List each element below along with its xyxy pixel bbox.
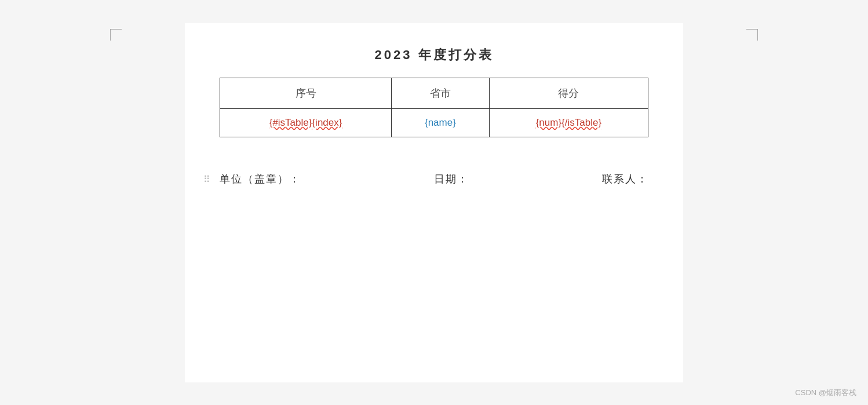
score-table: 序号 省市 得分 {#isTable}{index} {name} {num}{…	[220, 78, 648, 137]
drag-handle-icon[interactable]: ⠿	[203, 174, 210, 185]
corner-mark-top-right	[746, 29, 758, 41]
header-index: 序号	[220, 78, 392, 109]
table-row: {#isTable}{index} {name} {num}{/isTable}	[220, 109, 648, 137]
date-field: 日期：	[434, 172, 469, 186]
footer-section: ⠿ 单位（盖章）： 日期： 联系人：	[220, 166, 648, 192]
unit-field: 单位（盖章）：	[220, 172, 301, 186]
table-header-row: 序号 省市 得分	[220, 78, 648, 109]
corner-mark-top-left	[110, 29, 122, 41]
cell-name-template: {name}	[392, 109, 490, 137]
header-score: 得分	[489, 78, 648, 109]
index-template-text: {#isTable}{index}	[269, 117, 342, 128]
header-province: 省市	[392, 78, 490, 109]
num-template-text: {num}{/isTable}	[536, 117, 601, 128]
footer-fields: 单位（盖章）： 日期： 联系人：	[220, 172, 648, 186]
document-title: 2023 年度打分表	[220, 46, 648, 64]
content-area: 2023 年度打分表 序号 省市 得分 {#isTable}{index} {n…	[185, 23, 683, 382]
watermark: CSDN @烟雨客栈	[795, 388, 856, 398]
page-container: 2023 年度打分表 序号 省市 得分 {#isTable}{index} {n…	[0, 0, 868, 405]
cell-index-template: {#isTable}{index}	[220, 109, 392, 137]
cell-num-template: {num}{/isTable}	[489, 109, 648, 137]
name-template-text: {name}	[425, 117, 456, 128]
contact-field: 联系人：	[602, 172, 648, 186]
